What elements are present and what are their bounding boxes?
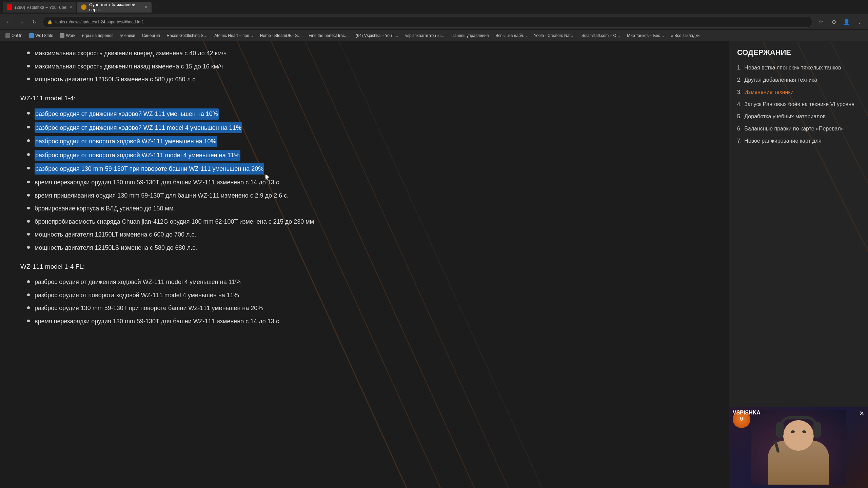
forward-button[interactable]: →: [16, 17, 26, 27]
toc-num-6: 6.: [737, 125, 742, 133]
s1-bullet-6: время перезарядки орудия 130 mm 59-130T …: [27, 177, 709, 188]
toc-num-3: 3.: [737, 88, 742, 96]
s1-bullet-2: разброс орудия от движения ходовой WZ-11…: [27, 122, 709, 134]
profile-button[interactable]: 👤: [842, 17, 852, 27]
bullet-dot: [27, 306, 30, 309]
toc-text-7: Новое ранжирование карт для: [744, 137, 821, 145]
s1-bullet-9-text: бронепробиваемость снаряда Chuan jian-41…: [35, 217, 314, 227]
bullet-dot: [27, 139, 30, 142]
bullet-dot: [27, 52, 30, 54]
tab-youtube[interactable]: (290) Vspishka – YouTube ✕: [3, 2, 76, 13]
bookmark-star[interactable]: ☆: [816, 17, 826, 27]
s1-bullet-5: разброс орудия 130 mm 59-130T при поворо…: [27, 163, 709, 175]
webcam-close-button[interactable]: ✕: [859, 410, 864, 417]
bullet-dot: [27, 220, 30, 223]
toc-item-6[interactable]: 6. Балансные правки по карте «Перевал»: [737, 125, 860, 133]
s1-bullet-9: бронепробиваемость снаряда Chuan jian-41…: [27, 217, 709, 227]
toc-item-1[interactable]: 1. Новая ветка японских тяжёлых танков: [737, 64, 860, 72]
bookmark-races[interactable]: Races Goldfishing S…: [164, 31, 211, 40]
s1-bullet-1: разброс орудия от движения ходовой WZ-11…: [27, 108, 709, 120]
bookmark-label-steamdb: Home · SteamDB · S…: [260, 33, 302, 38]
toc-item-7[interactable]: 7. Новое ранжирование карт для: [737, 137, 860, 145]
bookmark-wot-game[interactable]: Мир танков – Бес…: [624, 31, 667, 40]
intro-bullet-1-text: максимальная скорость движения вперед из…: [35, 48, 226, 59]
bookmark-yoola[interactable]: Yoola - Creators Nat…: [531, 31, 577, 40]
toc-item-5[interactable]: 5. Доработка учебных материалов: [737, 113, 860, 121]
s1-bullet-6-text: время перезарядки орудия 130 mm 59-130T …: [35, 177, 281, 188]
browser-chrome: (290) Vspishka – YouTube ✕ Супертест бли…: [0, 0, 868, 41]
tab-label-youtube: (290) Vspishka – YouTube: [15, 5, 66, 10]
bookmark-label-vspishka-nabl: Вспышка набл…: [496, 33, 527, 38]
bookmark-panel[interactable]: Панель управления: [449, 31, 491, 40]
bookmark-steamdb[interactable]: Home · SteamDB · S…: [257, 31, 304, 40]
bookmark-label-track: Find the perfect trac…: [309, 33, 349, 38]
webcam-label: VSPISHKA: [733, 410, 761, 416]
s2-bullet-1-text: разброс орудия от движения ходовой WZ-11…: [35, 277, 241, 287]
toc-num-7: 7.: [737, 137, 742, 145]
tab-wot[interactable]: Супертест ближайшей верс… ✕: [77, 2, 152, 13]
bookmark-label-races: Races Goldfishing S…: [167, 33, 208, 38]
bullet-dot: [27, 167, 30, 169]
bullet-dot: [27, 181, 30, 183]
s1-bullet-8-text: бронирование корпуса в ВЛД усилено до 15…: [35, 203, 175, 214]
bookmark-synergy[interactable]: Синергия: [139, 31, 163, 40]
bookmark-vspishka-nabl[interactable]: Вспышка набл…: [493, 31, 530, 40]
s2-bullet-3-text: разброс орудия 130 mm 59-130T при поворо…: [35, 303, 263, 313]
s2-bullet-4-text: время перезарядки орудия 130 mm 59-130T …: [35, 316, 281, 327]
refresh-button[interactable]: ↻: [29, 17, 39, 27]
bookmark-vspishkaarm[interactable]: vspishkaarm YouTu…: [402, 31, 447, 40]
bookmark-all[interactable]: » Все закладки: [668, 31, 702, 40]
sidebar: СОДЕРЖАНИЕ 1. Новая ветка японских тяжёл…: [729, 41, 868, 488]
bookmark-label-solar: Solar-staff.com – C…: [581, 33, 620, 38]
bookmark-label-vspishka-yt: (64) Vspishka – YouT…: [356, 33, 398, 38]
bookmark-onon[interactable]: OnOn: [3, 31, 25, 40]
toc-text-6: Балансные правки по карте «Перевал»: [744, 125, 844, 133]
s2-bullet-3: разброс орудия 130 mm 59-130T при поворо…: [27, 303, 709, 313]
webcam-overlay: VSPISHKA ✕: [729, 407, 868, 488]
s1-bullet-4: разброс орудия от поворота ходовой WZ-11…: [27, 150, 709, 161]
address-bar-row: ← → ↻ 🔒 tanks.ru/news/updates/1-24-super…: [0, 14, 868, 30]
tab-favicon-youtube: [7, 4, 12, 10]
bookmark-students[interactable]: ученики: [117, 31, 138, 40]
tab-label-wot: Супертест ближайшей верс…: [89, 2, 142, 12]
bookmark-favicon-work: [60, 33, 64, 38]
back-button[interactable]: ←: [3, 17, 14, 27]
tab-bar: (290) Vspishka – YouTube ✕ Супертест бли…: [0, 0, 868, 14]
extensions-button[interactable]: ⊕: [829, 17, 839, 27]
bookmark-atomic[interactable]: Atomic Heart – пре…: [212, 31, 256, 40]
bookmark-vspishka-yt[interactable]: (64) Vspishka – YouT…: [353, 31, 401, 40]
intro-bullet-list: максимальная скорость движения вперед из…: [27, 48, 709, 85]
bullet-dot: [27, 320, 30, 322]
new-tab-button[interactable]: +: [152, 2, 162, 12]
toc-item-2[interactable]: 2. Другая добавленная техника: [737, 76, 860, 84]
tab-close-youtube[interactable]: ✕: [69, 5, 72, 9]
bookmark-track[interactable]: Find the perfect trac…: [306, 31, 352, 40]
intro-bullet-2: максимальная скорость движения назад изм…: [27, 61, 709, 72]
bookmark-label-onon: OnOn: [12, 33, 22, 38]
bullet-dot: [27, 65, 30, 67]
webcam-video: V: [729, 407, 868, 488]
bookmark-label-students: ученики: [120, 33, 135, 38]
bookmark-wotstats[interactable]: WoTStats: [26, 31, 56, 40]
bookmark-label-games: игры на перенос: [82, 33, 113, 38]
bookmark-label-synergy: Синергия: [142, 33, 160, 38]
toc-num-4: 4.: [737, 100, 742, 108]
bookmarks-bar: OnOn WoTStats Work игры на перенос учени…: [0, 30, 868, 41]
s2-bullet-1: разброс орудия от движения ходовой WZ-11…: [27, 277, 709, 287]
menu-button[interactable]: ⋮: [854, 17, 865, 27]
toc-text-5: Доработка учебных материалов: [744, 113, 826, 121]
tab-close-wot[interactable]: ✕: [144, 5, 147, 9]
section1-title: WZ-111 model 1-4:: [20, 93, 709, 104]
tab-favicon-wot: [81, 4, 86, 10]
s1-bullet-5-text: разброс орудия 130 mm 59-130T при поворо…: [35, 163, 264, 175]
toc-item-3[interactable]: 3. Изменение техники: [737, 88, 860, 96]
bookmark-games[interactable]: игры на перенос: [79, 31, 116, 40]
bookmark-work[interactable]: Work: [57, 31, 78, 40]
bookmark-label-yoola: Yoola - Creators Nat…: [534, 33, 574, 38]
bookmark-solar[interactable]: Solar-staff.com – C…: [579, 31, 623, 40]
bullet-dot: [27, 78, 30, 80]
bullet-dot: [27, 126, 30, 128]
s1-bullet-2-text: разброс орудия от движения ходовой WZ-11…: [35, 122, 242, 134]
address-bar[interactable]: 🔒 tanks.ru/news/updates/1-24-supertest/#…: [42, 17, 813, 27]
toc-item-4[interactable]: 4. Запуск Ранговых боёв на технике VI ур…: [737, 100, 860, 108]
